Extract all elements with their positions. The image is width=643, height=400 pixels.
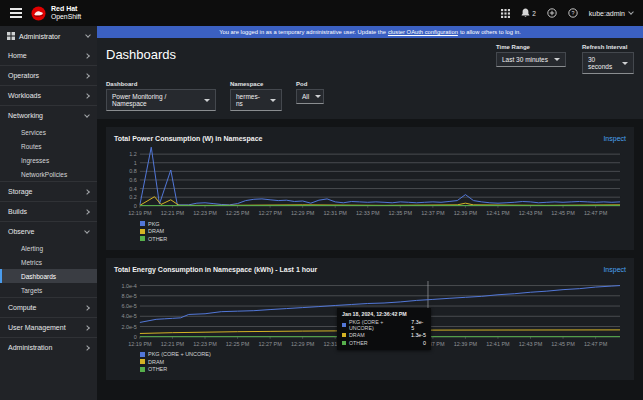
legend-swatch bbox=[140, 236, 145, 241]
nav-toggle-hamburger-icon[interactable] bbox=[10, 8, 22, 17]
chevron-right-icon bbox=[84, 305, 90, 311]
sidebar-item-workloads[interactable]: Workloads bbox=[0, 86, 97, 105]
tooltip-timestamp: Jan 18, 2024, 12:36:42 PM bbox=[342, 311, 426, 317]
login-warning-banner: You are logged in as a temporary adminis… bbox=[97, 26, 643, 38]
chevron-right-icon bbox=[84, 209, 90, 215]
sidebar-item-routes[interactable]: Routes bbox=[0, 139, 97, 153]
tooltip-series-name: PKG (CORE + UNCORE) bbox=[349, 319, 408, 331]
banner-text-after: to allow others to log in. bbox=[460, 29, 521, 35]
legend-swatch bbox=[140, 229, 145, 234]
y-tick-label: 8.0e-5 bbox=[121, 292, 137, 298]
sidebar-item-user-management[interactable]: User Management bbox=[0, 318, 97, 337]
sidebar-item-services[interactable]: Services bbox=[0, 125, 97, 139]
x-tick-label: 12:43 PM bbox=[519, 340, 543, 346]
series-line-pkg bbox=[140, 147, 620, 205]
x-tick-label: 12:33 PM bbox=[356, 210, 380, 216]
x-tick-label: 12:19 PM bbox=[128, 210, 152, 216]
time-range-select[interactable]: Last 30 minutes bbox=[496, 52, 566, 67]
y-tick-label: 1 bbox=[134, 160, 137, 166]
y-tick-label: 0.2 bbox=[129, 194, 137, 200]
tooltip-series-value: 7.3e-5 bbox=[411, 319, 426, 331]
dashboard-select[interactable]: Power Monitoring / Namespace bbox=[106, 89, 216, 111]
sidebar-item-storage[interactable]: Storage bbox=[0, 182, 97, 201]
legend-label: DRAM bbox=[148, 359, 164, 365]
sidebar-item-compute[interactable]: Compute bbox=[0, 298, 97, 317]
x-tick-label: 12:23 PM bbox=[193, 210, 217, 216]
sidebar-item-observe[interactable]: Observe bbox=[0, 222, 97, 241]
x-tick-label: 12:45 PM bbox=[551, 340, 575, 346]
power-consumption-card: Total Power Consumption (W) in Namespace… bbox=[106, 127, 634, 250]
sidebar-item-targets[interactable]: Targets bbox=[0, 283, 97, 297]
dashboard-filter-label: Dashboard bbox=[106, 81, 216, 87]
x-tick-label: 12:35 PM bbox=[389, 210, 413, 216]
user-menu[interactable]: kube:admin bbox=[589, 10, 633, 17]
caret-down-icon bbox=[622, 62, 628, 65]
sidebar-item-label: Operators bbox=[8, 72, 39, 79]
sidebar-item-networking[interactable]: Networking bbox=[0, 106, 97, 125]
x-tick-label: 12:27 PM bbox=[258, 340, 282, 346]
legend-swatch bbox=[140, 367, 145, 372]
quick-create-plus-icon[interactable] bbox=[547, 8, 557, 18]
legend-item-dram: DRAM bbox=[140, 359, 626, 365]
legend-label: OTHER bbox=[148, 236, 167, 242]
y-tick-label: 1.0e-4 bbox=[121, 282, 137, 288]
y-tick-label: 0.8 bbox=[129, 168, 137, 174]
x-tick-label: 12:47 PM bbox=[584, 340, 608, 346]
refresh-interval-select[interactable]: 30 seconds bbox=[582, 52, 634, 74]
sidebar-item-label: User Management bbox=[8, 324, 66, 331]
chevron-down-icon bbox=[84, 112, 90, 118]
banner-text-before: You are logged in as a temporary adminis… bbox=[219, 29, 386, 35]
chevron-right-icon bbox=[84, 189, 90, 195]
x-tick-label: 12:39 PM bbox=[454, 210, 478, 216]
legend-item-pkg-core-uncore-: PKG (CORE + UNCORE) bbox=[140, 351, 626, 357]
help-icon[interactable]: ? bbox=[568, 8, 578, 18]
chevron-down-icon bbox=[85, 32, 91, 38]
x-tick-label: 12:31 PM bbox=[323, 210, 347, 216]
chart-legend: PKG (CORE + UNCORE)DRAMOTHER bbox=[140, 351, 626, 372]
sidebar-item-dashboards[interactable]: Dashboards bbox=[0, 269, 97, 283]
svg-text:?: ? bbox=[571, 10, 574, 16]
sidebar-item-metrics[interactable]: Metrics bbox=[0, 255, 97, 269]
refresh-interval-label: Refresh Interval bbox=[582, 44, 634, 50]
sidebar-item-label: Home bbox=[8, 52, 27, 59]
tooltip-swatch bbox=[342, 333, 346, 337]
user-menu-label: kube:admin bbox=[589, 10, 625, 17]
x-tick-label: 12:21 PM bbox=[161, 340, 185, 346]
namespace-select[interactable]: hermes-ns bbox=[230, 89, 282, 111]
sidebar-item-administration[interactable]: Administration bbox=[0, 338, 97, 357]
pod-select[interactable]: All bbox=[296, 89, 324, 104]
sidebar-item-label: Compute bbox=[8, 304, 36, 311]
oauth-config-link[interactable]: cluster OAuth configuration bbox=[388, 29, 458, 35]
app-launcher-icon[interactable] bbox=[501, 9, 510, 18]
perspective-label: Administrator bbox=[19, 33, 60, 40]
x-tick-label: 12:45 PM bbox=[551, 210, 575, 216]
sidebar-item-networkpolicies[interactable]: NetworkPolicies bbox=[0, 167, 97, 181]
inspect-link[interactable]: Inspect bbox=[603, 266, 626, 273]
notification-count-badge: 2 bbox=[532, 10, 536, 17]
x-tick-label: 12:47 PM bbox=[584, 210, 608, 216]
inspect-link[interactable]: Inspect bbox=[603, 135, 626, 142]
tooltip-series-value: 0 bbox=[423, 340, 426, 346]
sidebar-item-label: Observe bbox=[8, 228, 34, 235]
pod-filter-label: Pod bbox=[296, 81, 324, 87]
sidebar-item-builds[interactable]: Builds bbox=[0, 202, 97, 221]
sidebar-item-ingresses[interactable]: Ingresses bbox=[0, 153, 97, 167]
sidebar-item-home[interactable]: Home bbox=[0, 46, 97, 65]
chevron-right-icon bbox=[84, 93, 90, 99]
legend-label: PKG (CORE + UNCORE) bbox=[148, 351, 211, 357]
dashboard-content: Total Power Consumption (W) in Namespace… bbox=[97, 119, 643, 400]
x-tick-label: 12:25 PM bbox=[226, 210, 250, 216]
chart-title: Total Power Consumption (W) in Namespace bbox=[114, 135, 262, 142]
sidebar: Administrator HomeOperatorsWorkloadsNetw… bbox=[0, 26, 97, 400]
sidebar-item-label: Networking bbox=[8, 112, 43, 119]
chevron-right-icon bbox=[84, 73, 90, 79]
masthead: Red Hat OpenShift 2 ? kube:admin bbox=[0, 0, 643, 26]
sidebar-item-operators[interactable]: Operators bbox=[0, 66, 97, 85]
legend-item-other: OTHER bbox=[140, 366, 626, 372]
sidebar-item-alerting[interactable]: Alerting bbox=[0, 241, 97, 255]
chart-title: Total Energy Consumption in Namespace (k… bbox=[114, 266, 317, 273]
caret-down-icon bbox=[554, 58, 560, 61]
notifications-bell-icon[interactable]: 2 bbox=[521, 8, 536, 18]
perspective-switcher[interactable]: Administrator bbox=[0, 26, 97, 46]
tooltip-series-name: OTHER bbox=[349, 340, 368, 346]
